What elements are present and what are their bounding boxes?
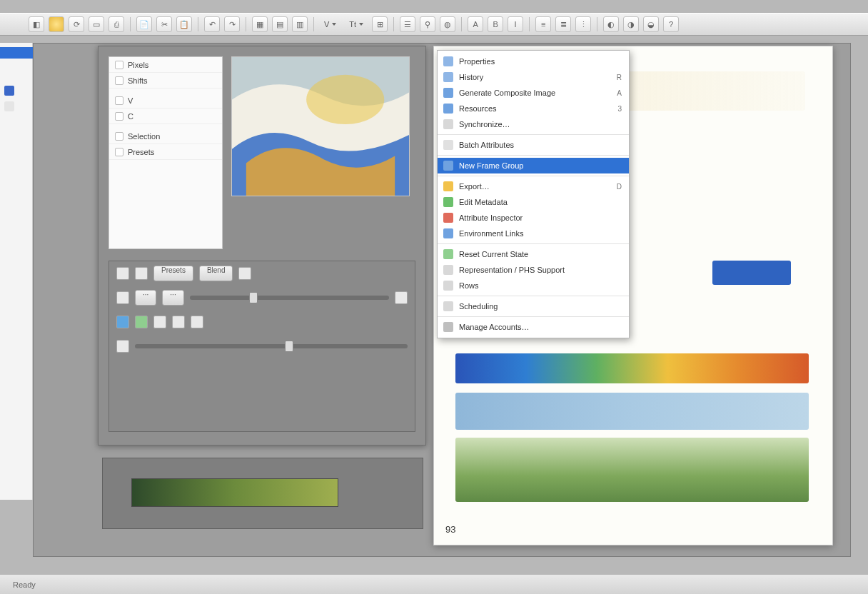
paint-swatch	[455, 393, 809, 430]
toolbar-button[interactable]: ▥	[292, 16, 308, 32]
edge-highlight	[0, 47, 33, 59]
toolbar-dropdown-t[interactable]: Tt	[345, 20, 368, 29]
toolbar-button[interactable]: ≣	[555, 16, 571, 32]
menu-item-icon	[443, 119, 453, 129]
toolbar-button[interactable]: ↶	[204, 16, 220, 32]
menu-item[interactable]: Manage Accounts…	[438, 319, 629, 335]
control-square[interactable]	[135, 316, 148, 328]
toolbar-button[interactable]: ⟳	[69, 16, 84, 32]
menu-item-shortcut: 3	[617, 105, 622, 113]
toolbar-button[interactable]: ≡	[535, 16, 551, 32]
control-square[interactable]	[116, 316, 129, 328]
control-square[interactable]	[172, 316, 185, 328]
menu-item-shortcut: A	[617, 89, 622, 97]
menu-item-label: Manage Accounts…	[459, 323, 616, 331]
menu-separator	[438, 176, 629, 176]
control-button[interactable]: Blend	[199, 266, 233, 281]
toolbar-button[interactable]: B	[488, 16, 503, 32]
toolbar-separator	[393, 17, 394, 31]
menu-item[interactable]: Edit Metadata	[438, 194, 629, 210]
menu-item[interactable]: Scheduling	[438, 298, 629, 314]
toolbar-button[interactable]: I	[508, 16, 523, 32]
list-item[interactable]: Shifts	[109, 73, 222, 89]
list-item-label: V	[128, 96, 133, 105]
toolbar-button[interactable]: ▭	[89, 16, 104, 32]
menu-separator	[438, 243, 629, 244]
menu-item[interactable]: Environment Links	[438, 226, 629, 241]
toolbar-button[interactable]: ⎙	[108, 16, 124, 32]
menu-item[interactable]: New Frame Group	[438, 158, 629, 173]
lower-strip	[102, 458, 423, 529]
control-square[interactable]	[116, 291, 129, 304]
toolbar-button[interactable]: ⚲	[420, 16, 435, 32]
toolbar-button[interactable]: ◑	[623, 16, 639, 32]
control-square[interactable]	[238, 267, 251, 280]
control-square[interactable]	[395, 291, 408, 304]
control-button[interactable]: ···	[162, 290, 183, 306]
toolbar-button[interactable]: ↷	[224, 16, 240, 32]
toolbar-button[interactable]: ◐	[603, 16, 619, 32]
menu-item[interactable]: Rows	[438, 278, 629, 293]
menu-item-label: Environment Links	[459, 229, 616, 238]
toolbar-button[interactable]: 📋	[176, 16, 192, 32]
menu-item[interactable]: Batch Attributes	[438, 137, 629, 153]
toolbar-button[interactable]: ◒	[643, 16, 659, 32]
list-item-label: C	[128, 112, 133, 121]
control-square[interactable]	[135, 267, 148, 280]
menu-item[interactable]: Reset Current State	[438, 246, 629, 262]
slider-thumb[interactable]	[285, 341, 293, 352]
menu-item-label: Synchronize…	[459, 120, 616, 129]
toolbar-button[interactable]: ◧	[29, 16, 44, 32]
menu-item[interactable]: Synchronize…	[438, 116, 629, 132]
menu-item[interactable]: Export…D	[438, 178, 629, 194]
menu-item[interactable]: Attribute Inspector	[438, 210, 629, 226]
menu-separator	[438, 296, 629, 296]
list-item[interactable]: Selection	[109, 129, 222, 144]
paint-swatch	[455, 438, 809, 502]
preview-thumbnail	[231, 56, 410, 196]
control-square[interactable]	[153, 316, 166, 328]
menu-item[interactable]: Resources3	[438, 101, 629, 116]
toolbar-button[interactable]: ☰	[400, 16, 415, 32]
list-item[interactable]: Presets	[109, 144, 222, 160]
toolbar-button[interactable]: ?	[663, 16, 679, 32]
menu-item[interactable]: Generate Composite ImageA	[438, 85, 629, 101]
slider[interactable]	[135, 344, 408, 348]
toolbar-button[interactable]: ✂	[156, 16, 172, 32]
toolbar-button[interactable]	[49, 16, 64, 32]
list-item[interactable]: Pixels	[109, 57, 222, 73]
chevron-down-icon	[359, 23, 363, 26]
list-item-label: Shifts	[128, 76, 148, 85]
control-button[interactable]: ···	[135, 290, 156, 306]
menu-item-label: Export…	[459, 182, 611, 191]
control-square[interactable]	[116, 267, 129, 280]
menu-item[interactable]: Representation / PHS Support	[438, 262, 629, 278]
edge-item[interactable]	[4, 101, 14, 111]
toolbar-dropdown-v[interactable]: V	[320, 20, 340, 29]
paint-swatch	[455, 353, 809, 383]
list-item-label: Presets	[128, 148, 154, 156]
left-panel: Pixels Shifts V C Selection Presets Pres…	[98, 46, 426, 446]
toolbar-button[interactable]: ◍	[440, 16, 455, 32]
list-item[interactable]: C	[109, 109, 222, 124]
toolbar-button[interactable]: ⋮	[575, 16, 591, 32]
slider-thumb[interactable]	[249, 292, 258, 303]
toolbar-button[interactable]: A	[468, 16, 483, 32]
edge-item[interactable]	[4, 86, 14, 96]
toolbar-button[interactable]: 📄	[136, 16, 152, 32]
slider[interactable]	[190, 296, 389, 300]
menu-item-icon	[443, 249, 453, 259]
control-button[interactable]: Presets	[153, 266, 193, 281]
toolbar-button[interactable]: ▤	[272, 16, 288, 32]
menu-separator	[438, 134, 629, 135]
toolbar-button[interactable]: ▦	[252, 16, 268, 32]
control-square[interactable]	[191, 316, 203, 328]
menu-item[interactable]: Properties	[438, 54, 629, 69]
list-item-label: Pixels	[128, 61, 148, 69]
list-item[interactable]: V	[109, 93, 222, 109]
control-square[interactable]	[116, 340, 129, 353]
toolbar-button[interactable]: ⊞	[372, 16, 388, 32]
status-bar: Ready	[0, 574, 868, 594]
menu-item[interactable]: HistoryR	[438, 69, 629, 85]
menu-item-label: Generate Composite Image	[459, 89, 611, 97]
